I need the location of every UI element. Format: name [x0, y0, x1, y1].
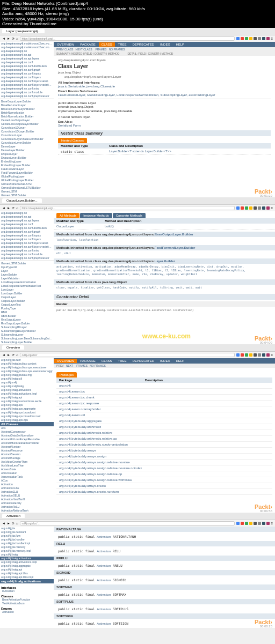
sidebar-item[interactable]: PoolingType — [0, 307, 54, 310]
sidebar-item[interactable]: org.deeplearning4j.nn.conf.distribution — [0, 64, 54, 68]
reload-icon[interactable]: ⟳ — [12, 36, 15, 40]
sidebar-item[interactable]: GlobalPoolingLayer — [0, 175, 54, 179]
sidebar-item[interactable]: SubsamplingLayer.BaseSubsamplingBuilder — [0, 337, 54, 340]
sidebar-item[interactable]: ActivationRationalTanh — [0, 509, 54, 513]
sidebar-item[interactable]: SubsamplingLayer — [0, 333, 54, 337]
packages-tab[interactable]: Packages — [56, 372, 77, 377]
sidebar-item[interactable]: org.nd4j.nn4j — [0, 381, 54, 384]
package-link[interactable]: org.nd4j.aeron.util — [56, 412, 272, 418]
ext-icon[interactable] — [262, 522, 265, 525]
ext-icon[interactable] — [262, 206, 265, 210]
sidebar-item[interactable]: ActivationELU — [0, 490, 54, 494]
home-icon[interactable]: ⌂ — [16, 522, 18, 525]
concrete-methods-tab[interactable]: Concrete Methods — [113, 213, 146, 218]
sidebar-item[interactable]: EmbeddingLayer.Builder — [0, 164, 54, 167]
browser-tab[interactable]: Overview — [2, 345, 24, 350]
sidebar-item[interactable]: org.deeplearning4j.nn.api — [0, 53, 54, 57]
sidebar-item[interactable]: org.nd4j.linalg.api — [0, 568, 54, 572]
sidebar-item[interactable]: org.nd4j.linalg.api.blas.impl — [0, 575, 54, 579]
sidebar-item[interactable]: LayerValidation — [0, 277, 54, 280]
package-link[interactable]: org.nd4j.bytebuddy.arrays.create — [56, 483, 272, 489]
package-link[interactable]: org.nd4j.bytebuddy.arrays — [56, 448, 272, 454]
ext-icon[interactable] — [266, 353, 270, 357]
next-class-link[interactable]: NEXT CLASS — [76, 48, 92, 51]
sidebar-item[interactable]: org.nd4j.jita.handler.impl — [0, 542, 54, 545]
ext-icon[interactable] — [254, 206, 257, 210]
sidebar-item[interactable]: GravesLSTM — [0, 190, 54, 194]
package-link[interactable]: org.nd4j.aeron.ndarrayholder — [56, 406, 272, 412]
sidebar-item[interactable]: AbstractCompressor — [0, 430, 54, 434]
ext-icon[interactable] — [241, 353, 244, 357]
nav-class[interactable]: CLASS — [99, 359, 115, 363]
sidebar-item[interactable]: InputTypeUtil — [0, 265, 54, 269]
package-link[interactable]: org.nd4j.bytebuddy.arrays.assign.relativ… — [56, 471, 272, 477]
sidebar-item[interactable]: Activation — [0, 483, 54, 486]
reload-icon[interactable]: ⟳ — [12, 521, 15, 525]
ext-icon[interactable] — [236, 37, 240, 40]
nested-classes-tab[interactable]: Nested Classes — [58, 138, 87, 143]
sidebar-item[interactable]: OutputLayerTest — [0, 303, 54, 307]
package-link[interactable]: org.nd4j.aeron.ipc.chunk — [56, 395, 272, 401]
sidebar-item[interactable]: OutputLayer.Builder — [0, 299, 54, 303]
home-icon[interactable]: ⌂ — [16, 353, 18, 357]
sidebar-item[interactable]: ConvolutionLayer.BaseConvBuilder — [0, 137, 54, 141]
sidebar-item[interactable]: AbstractStorage — [0, 456, 54, 460]
sidebar-item[interactable]: org.deeplearning4j.models.word2vec.words… — [0, 46, 54, 49]
package-link[interactable]: org.nd4j.bytebuddy.arithmetic — [56, 424, 272, 430]
sidebar-item[interactable]: AbstractDataSetNormalizer — [0, 434, 54, 438]
sidebar-item[interactable]: org.nd4j.linalg.ops.broadcast.row — [0, 414, 54, 418]
sidebar-item[interactable]: org.nd4j.linalg.api.blas — [0, 572, 54, 575]
sidebar-item[interactable]: org.deeplearning4j.nn.conf.layers.variat… — [0, 83, 54, 87]
ext-icon[interactable] — [262, 353, 265, 357]
menu-icon[interactable]: ≡ — [271, 353, 273, 357]
ext-icon[interactable] — [236, 206, 240, 210]
sidebar-item[interactable]: org.nd4j.linalg.lossfunctions.serde — [0, 399, 54, 403]
sidebar-item[interactable]: Subsampling1DLayer — [0, 325, 54, 329]
ext-icon[interactable] — [262, 37, 265, 40]
nav-back-icon[interactable]: ◄ — [2, 522, 5, 525]
nav-overview[interactable]: OVERVIEW — [54, 42, 77, 47]
next-link[interactable]: NEXT — [66, 364, 73, 367]
sidebar-item[interactable]: Accumulation — [0, 471, 54, 475]
sidebar-item[interactable]: FeedForwardLayer — [0, 167, 54, 171]
package-link[interactable]: org.nd4j — [56, 383, 272, 389]
sidebar-item[interactable]: SubsamplingLayer.Builder — [0, 340, 54, 344]
ext-icon[interactable] — [254, 353, 257, 357]
sidebar-item[interactable]: org.nd4j.jita.memory.impl — [0, 549, 54, 553]
ext-icon[interactable] — [245, 522, 248, 525]
sidebar-item[interactable]: org.nd4j.linalg — [0, 553, 54, 557]
sidebar-item[interactable]: ActivationGELU — [0, 494, 54, 498]
sidebar-item[interactable]: org.nd4j.linalg.ops.cpu — [0, 418, 54, 422]
sidebar-item[interactable]: LocalResponseNormalizationTest — [0, 284, 54, 288]
class-link[interactable]: Layer.Builder<T extends Layer.Builder<T>… — [109, 150, 171, 153]
ext-icon[interactable] — [266, 37, 270, 40]
ext-icon[interactable] — [258, 353, 261, 357]
sidebar-item[interactable]: DenseLayer.Builder — [0, 149, 54, 152]
sidebar-item[interactable]: DenseLayer — [0, 145, 54, 149]
sidebar-item[interactable]: ActivationCube — [0, 486, 54, 490]
sidebar-item[interactable]: org.nd4j.jita.flow — [0, 534, 54, 538]
sidebar-item[interactable]: Convolution1DLayer.Builder — [0, 130, 54, 134]
package-link[interactable]: org.nd4j.bytebuddy.arrays.assign — [56, 454, 272, 460]
ext-icon[interactable] — [245, 37, 248, 40]
sidebar-item[interactable]: LocalResponseNormalization — [0, 280, 54, 284]
nav-overview[interactable]: OVERVIEW — [54, 359, 77, 363]
sidebar-item[interactable]: Activation — [1, 610, 53, 614]
sidebar-item[interactable]: org.nd4j.linalg.activations.impl — [0, 560, 54, 564]
sidebar-item[interactable]: org.nd4j.jita.constant — [0, 530, 54, 534]
sidebar-item[interactable]: GlobalPoolingLayer.Builder — [0, 179, 54, 182]
package-link[interactable]: org.nd4j.bytebuddy.arithmetic.relative — [56, 430, 272, 436]
sidebar-item[interactable]: org.deeplearning4j.nn.api — [0, 215, 54, 219]
sidebar-item[interactable]: org.nd4j.jita.memory — [0, 545, 54, 549]
ext-icon[interactable] — [245, 353, 248, 357]
sidebar-item[interactable]: IActivation — [1, 589, 53, 593]
all-methods-tab[interactable]: All Methods — [56, 213, 79, 218]
sidebar-item[interactable]: org.deeplearning4j.nn.api.layers — [0, 219, 54, 223]
sidebar-item[interactable]: Convolution1DLayer — [0, 126, 54, 130]
sidebar-item[interactable]: CenterLossOutputLayer — [0, 119, 54, 122]
sidebar-item[interactable]: org.nd4j.linalg.activations — [0, 557, 54, 560]
nav-back-icon[interactable]: ◄ — [2, 37, 5, 40]
sidebar-item[interactable]: org.deeplearning4j.nn.conf.preprocessor — [0, 256, 54, 260]
nav-back-icon[interactable]: ◄ — [2, 206, 5, 210]
frames-link[interactable]: FRAMES — [76, 364, 88, 367]
